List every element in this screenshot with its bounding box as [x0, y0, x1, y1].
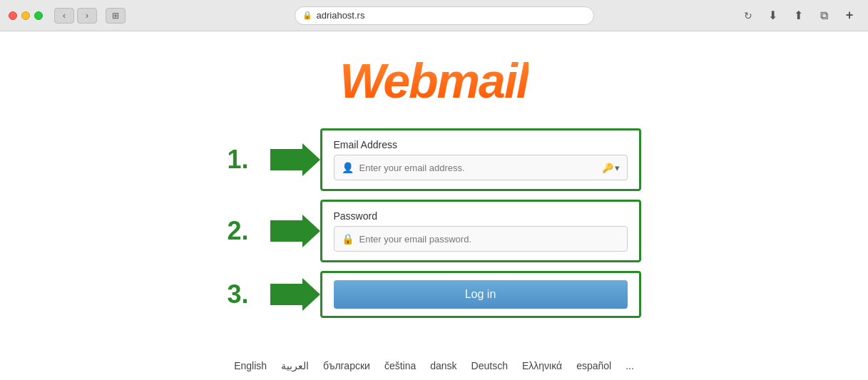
svg-marker-1: [270, 215, 320, 247]
email-dropdown[interactable]: 🔑 ▾: [602, 163, 620, 173]
close-button[interactable]: [9, 11, 17, 20]
lang-more[interactable]: ...: [626, 360, 634, 371]
step-3-number: 3.: [228, 279, 270, 309]
lang-english[interactable]: English: [234, 360, 267, 371]
step-2-row: 2. Password 🔒: [228, 200, 641, 262]
email-form-box: Email Address 👤 🔑 ▾: [320, 128, 641, 191]
svg-marker-2: [270, 278, 320, 311]
add-tab-button[interactable]: +: [839, 8, 859, 24]
lang-czech[interactable]: čeština: [384, 360, 416, 371]
lang-greek[interactable]: Ελληνικά: [522, 360, 562, 371]
step-2-number: 2.: [228, 216, 270, 246]
login-button[interactable]: Log in: [334, 280, 628, 309]
address-bar-wrap: 🔒 adriahost.rs ↻: [131, 6, 757, 25]
password-label: Password: [334, 210, 628, 222]
forward-button[interactable]: ›: [77, 8, 97, 24]
reload-button[interactable]: ↻: [740, 7, 757, 24]
browser-chrome: ‹ › ⊞ 🔒 adriahost.rs ↻ ⬇ ⬆ ⧉ +: [0, 0, 868, 31]
login-btn-box: Log in: [320, 271, 641, 318]
new-tab-button[interactable]: ⧉: [814, 8, 834, 24]
toolbar-right: ⬇ ⬆ ⧉ +: [762, 8, 859, 24]
traffic-lights: [9, 11, 43, 20]
lang-german[interactable]: Deutsch: [471, 360, 508, 371]
tab-overview-button[interactable]: ⊞: [106, 8, 126, 24]
password-input[interactable]: [359, 234, 620, 245]
share-button[interactable]: ⬆: [788, 8, 808, 24]
step-1-arrow: [270, 142, 320, 178]
step-1-row: 1. Email Address 👤 🔑 ▾: [228, 128, 641, 191]
password-input-wrap: 🔒: [334, 226, 628, 252]
key-icon: 🔑: [602, 163, 613, 173]
step-3-arrow: [270, 277, 320, 312]
lang-spanish[interactable]: español: [576, 360, 611, 371]
step-2-arrow: [270, 213, 320, 249]
email-input-wrap: 👤 🔑 ▾: [334, 155, 628, 180]
login-area: 1. Email Address 👤 🔑 ▾: [228, 128, 641, 318]
lock-field-icon: 🔒: [342, 233, 354, 245]
url-text: adriahost.rs: [317, 10, 365, 21]
lang-danish[interactable]: dansk: [430, 360, 456, 371]
step-3-row: 3. Log in: [228, 271, 641, 318]
email-label: Email Address: [334, 139, 628, 150]
password-form-box: Password 🔒: [320, 200, 641, 262]
user-icon: 👤: [342, 162, 354, 173]
download-button[interactable]: ⬇: [762, 8, 782, 24]
nav-buttons: ‹ ›: [54, 8, 97, 24]
lang-arabic[interactable]: العربية: [281, 360, 309, 371]
lock-icon: 🔒: [302, 11, 312, 20]
fullscreen-button[interactable]: [34, 11, 43, 20]
lang-bulgarian[interactable]: български: [323, 360, 370, 371]
page-content: Webmail 1. Email Address 👤 🔑 ▾: [0, 31, 868, 380]
email-input[interactable]: [359, 163, 596, 173]
step-1-number: 1.: [228, 145, 270, 175]
minimize-button[interactable]: [21, 11, 30, 20]
dropdown-chevron: ▾: [615, 163, 620, 173]
webmail-logo: Webmail: [339, 53, 528, 108]
language-bar: English العربية български čeština dansk …: [234, 349, 634, 380]
svg-marker-0: [270, 143, 320, 176]
back-button[interactable]: ‹: [54, 8, 74, 24]
address-bar[interactable]: 🔒 adriahost.rs: [295, 6, 594, 25]
